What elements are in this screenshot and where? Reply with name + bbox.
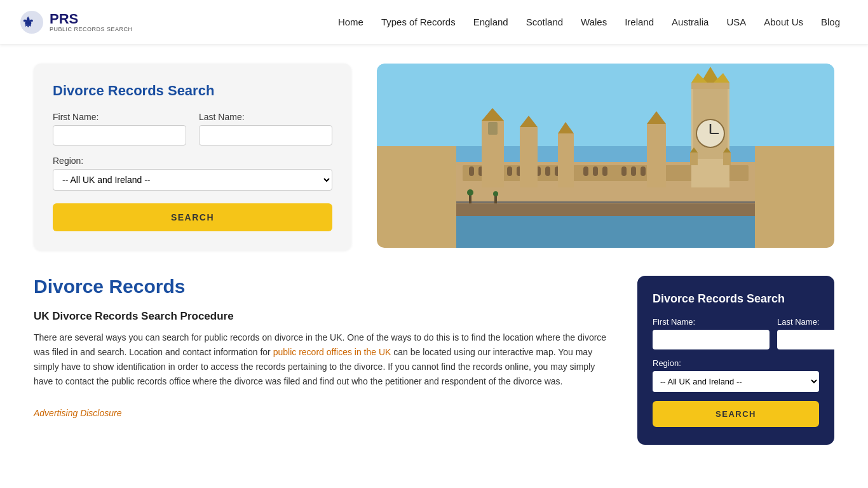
- sidebar-first-name-label: First Name:: [653, 317, 770, 327]
- top-last-name-input[interactable]: [199, 125, 332, 146]
- nav-ireland[interactable]: Ireland: [616, 11, 663, 32]
- sidebar-region-label: Region:: [653, 358, 819, 368]
- sidebar-last-name-input[interactable]: [777, 330, 868, 349]
- top-search-card: Divorce Records Search First Name: Last …: [34, 64, 351, 250]
- nav-wales[interactable]: Wales: [572, 11, 616, 32]
- nav-home[interactable]: Home: [329, 11, 372, 32]
- main-nav: ⚜ PRS PUBLIC RECORDS SEARCH HomeTypes of…: [0, 0, 868, 44]
- svg-rect-24: [641, 166, 646, 176]
- svg-rect-16: [545, 166, 550, 176]
- sidebar-last-name-label: Last Name:: [777, 317, 868, 327]
- nav-types[interactable]: Types of Records: [372, 11, 465, 32]
- nav-australia[interactable]: Australia: [663, 11, 717, 32]
- svg-point-52: [467, 189, 473, 196]
- top-region-label: Region:: [53, 156, 332, 166]
- top-first-name-input[interactable]: [53, 125, 186, 146]
- sidebar-search-title: Divorce Records Search: [653, 292, 819, 306]
- svg-rect-42: [488, 122, 498, 135]
- top-search-button[interactable]: SEARCH: [53, 203, 332, 231]
- procedure-heading: UK Divorce Records Search Procedure: [34, 310, 612, 323]
- svg-rect-45: [558, 133, 574, 187]
- svg-rect-22: [621, 166, 627, 176]
- top-search-title: Divorce Records Search: [53, 83, 332, 99]
- sidebar-first-name-input[interactable]: [653, 330, 770, 349]
- big-ben-illustration: [377, 64, 834, 248]
- hero-image: [377, 64, 834, 248]
- nav-about[interactable]: About Us: [755, 11, 812, 32]
- svg-rect-23: [631, 166, 636, 176]
- svg-rect-36: [690, 152, 698, 165]
- page-title: Divorce Records: [34, 276, 612, 297]
- svg-rect-43: [520, 127, 538, 187]
- sidebar-search-card: Divorce Records Search First Name: Last …: [637, 276, 834, 445]
- logo-icon: ⚜: [19, 10, 44, 35]
- svg-point-54: [493, 191, 498, 196]
- nav-usa[interactable]: USA: [717, 11, 755, 32]
- procedure-paragraph: There are several ways you can search fo…: [34, 330, 612, 389]
- svg-rect-8: [469, 166, 474, 176]
- nav-england[interactable]: England: [465, 11, 517, 32]
- svg-rect-37: [723, 152, 731, 165]
- svg-rect-28: [691, 83, 729, 89]
- sidebar-search-button[interactable]: SEARCH: [653, 401, 819, 427]
- top-region-select[interactable]: -- All UK and Ireland -- England Scotlan…: [53, 169, 332, 191]
- advertising-disclosure-link[interactable]: Advertising Disclosure: [34, 408, 122, 418]
- sidebar-region-select[interactable]: -- All UK and Ireland -- England Scotlan…: [653, 371, 819, 392]
- svg-rect-5: [456, 216, 755, 248]
- main-content-area: Divorce Records UK Divorce Records Searc…: [34, 276, 612, 418]
- svg-rect-19: [583, 166, 588, 176]
- svg-rect-20: [593, 166, 598, 176]
- svg-rect-49: [456, 203, 755, 216]
- svg-rect-12: [507, 166, 512, 176]
- logo-text: PRS: [50, 12, 133, 26]
- nav-links-list: HomeTypes of RecordsEnglandScotlandWales…: [329, 11, 849, 32]
- svg-rect-47: [647, 124, 666, 187]
- svg-rect-21: [602, 166, 607, 176]
- nav-blog[interactable]: Blog: [812, 11, 849, 32]
- svg-text:⚜: ⚜: [22, 15, 34, 30]
- top-last-name-label: Last Name:: [199, 112, 332, 122]
- public-record-link[interactable]: public record offices in the UK: [273, 347, 391, 357]
- nav-scotland[interactable]: Scotland: [517, 11, 572, 32]
- top-first-name-label: First Name:: [53, 112, 186, 122]
- logo-link[interactable]: ⚜ PRS PUBLIC RECORDS SEARCH: [19, 10, 133, 35]
- logo-subtext: PUBLIC RECORDS SEARCH: [50, 26, 133, 32]
